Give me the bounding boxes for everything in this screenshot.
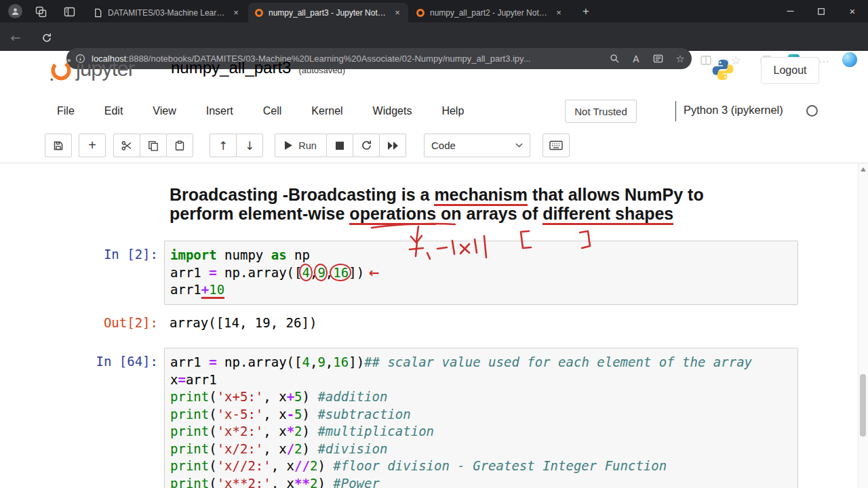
- markdown-heading: Broadcasting -Broadcasting is a mechanis…: [170, 185, 780, 223]
- toolbar-divider: [0, 163, 868, 163]
- python-logo-icon: [711, 58, 735, 82]
- window-close-button[interactable]: ×: [837, 0, 868, 22]
- heading-line-2: perform element-wise operations on array…: [170, 204, 780, 223]
- document-icon: [94, 8, 102, 18]
- move-cell-up-button[interactable]: ↑: [210, 134, 237, 157]
- code-cell-2[interactable]: arr1 = np.array([4,9,16])## scalar value…: [164, 348, 798, 488]
- menu-file[interactable]: File: [42, 105, 90, 117]
- code-line: print('x//2:', x//2) #floor division - G…: [170, 458, 791, 475]
- menu-kernel[interactable]: Kernel: [296, 105, 357, 117]
- output-prompt: Out[2]:: [0, 314, 158, 332]
- refresh-button[interactable]: [39, 30, 54, 45]
- search-icon[interactable]: [604, 54, 625, 64]
- cut-cell-button[interactable]: [113, 134, 140, 157]
- code-cell-1[interactable]: import numpy as np arr1 = np.array([4,9,…: [164, 241, 798, 305]
- browser-tab-1[interactable]: DATAMITES/03-Machine Learning ×: [87, 3, 247, 22]
- window-minimize-button[interactable]: [774, 0, 806, 22]
- play-icon: [285, 141, 292, 150]
- tab-title: numpy_all_part2 - Jupyter Noteb...: [430, 8, 548, 18]
- kernel-status-icon: [806, 105, 818, 117]
- cell-type-value: Code: [431, 140, 515, 151]
- kernel-divider: [675, 101, 676, 121]
- menu-view[interactable]: View: [138, 105, 191, 117]
- restart-kernel-button[interactable]: [353, 134, 380, 157]
- code-line: print('x/2:', x/2) #division: [170, 441, 791, 458]
- run-button[interactable]: Run: [275, 134, 327, 157]
- interrupt-kernel-button[interactable]: [326, 134, 353, 157]
- code-line: print('x+5:', x+5) #addition: [170, 388, 791, 406]
- menu-edit[interactable]: Edit: [90, 105, 138, 117]
- jupyter-logo-icon[interactable]: [47, 56, 75, 83]
- code-line: arr1 = np.array([4,9,16]) ←: [170, 264, 791, 282]
- read-aloud-icon[interactable]: A: [625, 54, 647, 64]
- browser-titlebar: DATAMITES/03-Machine Learning × numpy_al…: [0, 0, 868, 22]
- code-line: print('x-5:', x-5) #subtraction: [170, 406, 791, 424]
- browser-addressbar: ← localhost:8888/notebooks/DATAMITES/03-…: [0, 22, 868, 51]
- restart-run-all-button[interactable]: [379, 134, 406, 157]
- logout-button[interactable]: Logout: [761, 57, 819, 84]
- back-button[interactable]: ←: [8, 30, 23, 45]
- workspaces-icon[interactable]: [34, 5, 47, 18]
- input-prompt: In [2]:: [0, 246, 158, 264]
- notebook-title-row: numpy_all_part3 (autosaved): [171, 58, 345, 77]
- tab-close-icon[interactable]: ×: [231, 7, 241, 18]
- not-trusted-button[interactable]: Not Trusted: [565, 100, 637, 123]
- keyboard-icon: [549, 140, 563, 150]
- code-line: x=arr1: [170, 371, 791, 389]
- url-bar[interactable]: localhost:8888/notebooks/DATAMITES/03-Ma…: [66, 48, 692, 69]
- code-line: arr1+10: [170, 281, 791, 299]
- new-tab-button[interactable]: +: [578, 3, 594, 20]
- screen: DATAMITES/03-Machine Learning × numpy_al…: [0, 0, 868, 488]
- code-line: arr1 = np.array([4,9,16])## scalar value…: [170, 354, 791, 371]
- scrollbar-up-arrow[interactable]: [861, 167, 866, 171]
- notebook-title[interactable]: numpy_all_part3: [171, 58, 291, 77]
- autosave-status: (autosaved): [298, 65, 345, 75]
- scrollbar-thumb[interactable]: [860, 374, 866, 436]
- command-palette-button[interactable]: [542, 134, 570, 157]
- copy-cell-button[interactable]: [140, 134, 167, 157]
- window-maximize-button[interactable]: [806, 0, 837, 22]
- scrollbar-track[interactable]: [858, 163, 868, 488]
- save-button[interactable]: [45, 134, 72, 157]
- output-text: array([14, 19, 26]): [170, 314, 317, 332]
- code-line: import numpy as np: [170, 247, 791, 264]
- tab-close-icon[interactable]: ×: [392, 7, 403, 18]
- tab-title: numpy_all_part3 - Jupyter Noteb...: [269, 8, 387, 18]
- immersive-reader-icon[interactable]: [647, 54, 669, 64]
- menubar: File Edit View Insert Cell Kernel Widget…: [42, 96, 479, 126]
- favorite-star-icon[interactable]: ☆: [669, 53, 692, 65]
- code-line: print('x**2:', x**2) #Power: [170, 475, 791, 488]
- jupyter-icon: [416, 9, 425, 17]
- kernel-name: Python 3 (ipykernel): [684, 104, 783, 117]
- browser-tab-2-active[interactable]: numpy_all_part3 - Jupyter Noteb... ×: [248, 3, 408, 22]
- tab-title: DATAMITES/03-Machine Learning: [108, 8, 225, 18]
- menu-cell[interactable]: Cell: [248, 105, 297, 117]
- tab-actions-icon[interactable]: [62, 5, 76, 18]
- copilot-icon[interactable]: [842, 52, 857, 67]
- menu-insert[interactable]: Insert: [191, 105, 248, 117]
- chevron-down-icon: [515, 143, 523, 148]
- browser-tab-3[interactable]: numpy_all_part2 - Jupyter Noteb... ×: [410, 3, 570, 22]
- add-cell-button[interactable]: +: [79, 134, 106, 157]
- cell-type-select[interactable]: Code: [424, 134, 530, 157]
- profile-avatar[interactable]: [8, 4, 22, 18]
- jupyter-logo-text[interactable]: jupyter: [76, 57, 134, 81]
- paste-cell-button[interactable]: [166, 134, 193, 157]
- tab-close-icon[interactable]: ×: [553, 7, 564, 18]
- input-prompt: In [64]:: [0, 353, 158, 371]
- menu-widgets[interactable]: Widgets: [358, 105, 427, 117]
- run-label: Run: [298, 140, 317, 151]
- menu-help[interactable]: Help: [427, 105, 479, 117]
- heading-line-1: Broadcasting -Broadcasting is a mechanis…: [170, 185, 780, 204]
- jupyter-icon: [255, 9, 263, 17]
- move-cell-down-button[interactable]: ↓: [236, 134, 263, 157]
- code-line: print('x*2:', x*2) #multiplication: [170, 423, 791, 441]
